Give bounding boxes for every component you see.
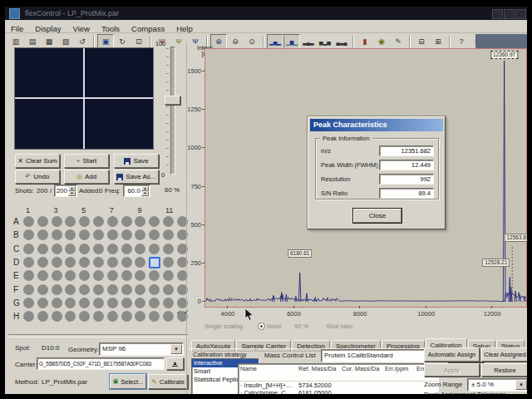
- peak-label-12528.21[interactable]: 12528.21: [482, 259, 510, 267]
- well-D2[interactable]: [37, 257, 48, 268]
- chevron-down-icon[interactable]: ▼: [515, 380, 527, 390]
- camera-view[interactable]: [14, 47, 154, 150]
- none-radio[interactable]: [258, 323, 265, 330]
- well-E5[interactable]: [79, 270, 90, 281]
- well-G11[interactable]: [163, 298, 174, 308]
- well-A11[interactable]: [163, 216, 174, 227]
- save-as-button[interactable]: Save As...: [114, 170, 159, 184]
- shots-spinner[interactable]: ▲▼: [68, 186, 76, 195]
- clear-assigned-button[interactable]: Clear Assigned: [481, 347, 527, 362]
- geometry-combobox[interactable]: MSP 96 ▼: [99, 342, 184, 356]
- well-B4[interactable]: [65, 229, 76, 240]
- well-D6[interactable]: [93, 257, 104, 268]
- well-F11[interactable]: [163, 284, 174, 295]
- well-C6[interactable]: [93, 244, 104, 254]
- well-C7[interactable]: [107, 244, 118, 254]
- well-B2[interactable]: [37, 229, 48, 240]
- well-A9[interactable]: [135, 216, 145, 227]
- well-C4[interactable]: [65, 244, 76, 254]
- well-F4[interactable]: [65, 284, 76, 295]
- select-method-button[interactable]: ▣ Select...: [110, 374, 146, 389]
- well-D11[interactable]: [163, 257, 174, 268]
- well-G7[interactable]: [107, 298, 118, 308]
- well-H4[interactable]: [65, 311, 76, 322]
- well-E7[interactable]: [107, 270, 118, 281]
- well-C8[interactable]: [121, 244, 132, 254]
- well-H11[interactable]: [163, 311, 174, 322]
- minimize-button[interactable]: [492, 9, 503, 19]
- well-C2[interactable]: [37, 244, 48, 254]
- axis-apply-checks[interactable]: ✓ ✓: [176, 308, 190, 316]
- well-H7[interactable]: [107, 311, 118, 322]
- carrier-eject-button[interactable]: ▲: [166, 357, 184, 370]
- scaling-percent-value[interactable]: 90 %: [294, 323, 308, 330]
- well-A3[interactable]: [52, 216, 62, 227]
- well-D3[interactable]: [52, 257, 62, 268]
- well-F7[interactable]: [107, 284, 118, 295]
- title-bar[interactable]: flexControl - LP_ProtMix.par: [5, 7, 527, 20]
- laser-power-slider[interactable]: [170, 47, 175, 175]
- well-C5[interactable]: [79, 244, 90, 254]
- well-H9[interactable]: [135, 311, 145, 322]
- well-B9[interactable]: [135, 229, 145, 240]
- well-B10[interactable]: [149, 229, 160, 240]
- table-row[interactable]: · Insulin_[M+H]+...5734.52000: [239, 382, 438, 389]
- restore-button[interactable]: Restore: [481, 363, 527, 377]
- freq-field[interactable]: 60.0 ▲▼: [123, 185, 150, 197]
- start-button[interactable]: + Start: [64, 154, 109, 168]
- well-A1[interactable]: [23, 216, 34, 227]
- well-D8[interactable]: [121, 257, 132, 268]
- calibrate-button[interactable]: ✎ Calibrate: [148, 374, 188, 389]
- well-G8[interactable]: [121, 298, 132, 308]
- well-E2[interactable]: [37, 270, 48, 281]
- well-F6[interactable]: [93, 284, 104, 295]
- table-header[interactable]: Name: [240, 365, 298, 372]
- carrier-field[interactable]: G_55B570D5_C92F_471D_8E179587A50FC083: [37, 357, 165, 370]
- well-B5[interactable]: [79, 229, 90, 240]
- well-G1[interactable]: [23, 298, 34, 308]
- well-B6[interactable]: [93, 229, 104, 240]
- well-E1[interactable]: [23, 270, 34, 281]
- table-header[interactable]: Ref. Mass/Da: [298, 365, 342, 372]
- well-G2[interactable]: [37, 298, 48, 308]
- well-E10[interactable]: [149, 270, 160, 281]
- well-H10[interactable]: [149, 311, 160, 322]
- well-B11[interactable]: [163, 229, 174, 240]
- well-C11[interactable]: [163, 244, 174, 254]
- well-A8[interactable]: [121, 216, 132, 227]
- well-G10[interactable]: [149, 298, 160, 308]
- mass-control-table[interactable]: NameRef. Mass/DaCur. Mass/DaErr./ppmErr.…: [238, 363, 439, 394]
- well-F3[interactable]: [52, 284, 62, 295]
- well-A5[interactable]: [79, 216, 90, 227]
- well-D9[interactable]: [135, 257, 145, 268]
- well-F9[interactable]: [135, 284, 145, 295]
- well-G9[interactable]: [135, 298, 145, 308]
- single-scaling-label[interactable]: Single scaling: [204, 323, 243, 330]
- table-header[interactable]: Cur. Mass/Da: [342, 365, 385, 372]
- well-E8[interactable]: [121, 270, 132, 281]
- well-A2[interactable]: [37, 216, 48, 227]
- save-button[interactable]: Save: [114, 154, 159, 168]
- freq-spinner[interactable]: ▲▼: [141, 186, 149, 195]
- well-G4[interactable]: [65, 298, 76, 308]
- table-row[interactable]: · Cytochrome_C_...6181.05000: [239, 389, 438, 394]
- well-G6[interactable]: [93, 298, 104, 308]
- well-A4[interactable]: [65, 216, 76, 227]
- peak-characteristics-dialog[interactable]: Peak Characteristics Peak Information m/…: [308, 116, 446, 229]
- well-F1[interactable]: [23, 284, 34, 295]
- well-C9[interactable]: [135, 244, 145, 254]
- slider-thumb[interactable]: [165, 96, 180, 105]
- well-H2[interactable]: [37, 311, 48, 322]
- well-B8[interactable]: [121, 229, 132, 240]
- well-H1[interactable]: [23, 311, 34, 322]
- well-B7[interactable]: [107, 229, 118, 240]
- peak-label-12563.89[interactable]: 12563.89: [504, 234, 527, 242]
- well-E3[interactable]: [52, 270, 62, 281]
- well-D7[interactable]: [107, 257, 118, 268]
- well-E11[interactable]: [163, 270, 174, 281]
- peak-label-12360.97[interactable]: 12360.97: [490, 51, 518, 59]
- clear-sum-button[interactable]: ✕ Clear Sum: [15, 154, 60, 168]
- close-button[interactable]: [515, 9, 526, 19]
- well-D4[interactable]: [65, 257, 76, 268]
- well-G3[interactable]: [52, 298, 62, 308]
